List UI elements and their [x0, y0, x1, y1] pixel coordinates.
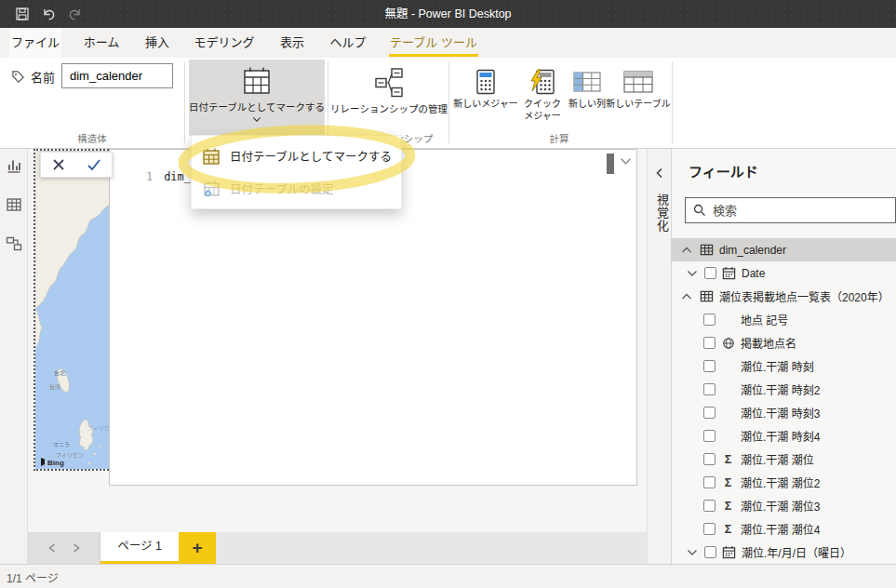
save-icon[interactable] — [15, 7, 30, 21]
field-checkbox[interactable] — [703, 453, 715, 465]
status-bar: 1/1 ページ — [0, 564, 896, 588]
field-search-box[interactable] — [685, 197, 896, 223]
field-row[interactable]: 潮位.干潮 時刻4 — [672, 424, 896, 448]
expand-formula-bar-icon[interactable] — [620, 157, 632, 166]
field-label: Date — [742, 267, 765, 280]
next-page-icon[interactable] — [73, 543, 80, 553]
field-checkbox[interactable] — [704, 546, 716, 558]
cancel-formula-icon[interactable] — [41, 158, 76, 171]
chevron-down-icon[interactable] — [687, 270, 698, 277]
field-label: 潮位.干潮 潮位 — [741, 451, 814, 467]
field-row[interactable]: Σ 潮位.干潮 潮位3 — [672, 494, 896, 517]
line-number: 1 — [146, 170, 153, 183]
new-column-button[interactable]: 新しい列 — [566, 60, 608, 141]
field-row[interactable]: 潮位.干潮 時刻2 — [672, 378, 896, 401]
field-checkbox[interactable] — [703, 383, 715, 395]
previous-page-icon[interactable] — [48, 543, 56, 553]
mark-as-date-table-label: 日付テーブルとしてマークする — [189, 100, 325, 114]
globe-icon — [721, 337, 735, 350]
quick-measure-button[interactable]: クイックメジャー — [521, 60, 564, 141]
active-tab-underline — [389, 54, 478, 57]
chevron-down-icon — [252, 116, 261, 123]
data-view-icon[interactable] — [6, 196, 22, 213]
date-table-gold-icon — [202, 147, 221, 166]
ribbon-divider — [184, 61, 185, 143]
menu-item-label: 日付テーブルとしてマークする — [230, 147, 392, 165]
field-row-date-hierarchy[interactable]: 潮位.年/月/日（曜日） — [672, 541, 896, 564]
tab-table-tools-label: テーブル ツール — [390, 35, 477, 49]
table-row-tide-locations[interactable]: 潮位表掲載地点一覧表（2020年） — [672, 285, 896, 308]
tab-help[interactable]: ヘルプ — [326, 28, 370, 58]
ribbon-divider — [672, 61, 673, 143]
table-name-input[interactable] — [61, 63, 173, 88]
field-checkbox[interactable] — [704, 267, 716, 279]
field-row-date[interactable]: Date — [672, 261, 896, 285]
table-name-label: 名前 — [31, 68, 55, 86]
tab-insert[interactable]: 挿入 — [136, 28, 179, 58]
expand-pane-icon[interactable] — [655, 167, 664, 179]
field-row[interactable]: 掲載地点名 — [672, 331, 896, 354]
chevron-up-icon[interactable] — [681, 247, 692, 254]
menu-item-mark-as-date-table[interactable]: 日付テーブルとしてマークする — [192, 140, 401, 172]
editor-scrollbar[interactable] — [607, 154, 614, 174]
menu-item-date-table-settings: 日付テーブルの設定 — [192, 172, 401, 205]
tab-modeling[interactable]: モデリング — [190, 28, 259, 58]
field-row[interactable]: Σ 潮位.干潮 潮位 — [672, 448, 896, 471]
calendar-icon — [722, 545, 736, 559]
manage-relationships-button[interactable]: リレーションシップの管理 — [331, 60, 447, 136]
field-checkbox[interactable] — [703, 360, 715, 372]
fields-pane-title: フィールド — [689, 161, 758, 180]
ribbon: 名前 構造体 日付テーブルとしてマークする リレーションシップの管理 リレーショ… — [0, 58, 896, 149]
field-checkbox[interactable] — [703, 523, 715, 535]
chevron-down-icon[interactable] — [687, 549, 698, 556]
field-label: 潮位.年/月/日（曜日） — [742, 544, 851, 560]
new-table-icon — [623, 66, 653, 98]
tab-view[interactable]: 表示 — [270, 28, 314, 58]
calculator-icon — [475, 66, 496, 98]
table-row-dim-calender[interactable]: dim_calender — [672, 238, 896, 261]
field-label: 潮位.干潮 時刻 — [741, 358, 814, 374]
tab-table-tools[interactable]: テーブル ツール — [387, 28, 480, 58]
manage-relationships-label: リレーションシップの管理 — [330, 101, 448, 115]
quick-measure-icon — [529, 66, 555, 98]
tab-file[interactable]: ファイル — [9, 28, 61, 58]
tab-home[interactable]: ホーム — [78, 28, 125, 58]
new-table-button[interactable]: 新しいテーブル — [610, 60, 666, 141]
field-row[interactable]: Σ 潮位.干潮 潮位2 — [672, 471, 896, 494]
page-tab-label: ページ 1 — [117, 540, 162, 553]
search-input[interactable] — [713, 204, 895, 218]
mark-as-date-table-button[interactable]: 日付テーブルとしてマークする — [189, 60, 325, 136]
date-table-icon — [241, 66, 273, 96]
map-visual[interactable]: 台北 台湾 マニラ フィリピン フィリピン Bing — [33, 149, 112, 471]
chevron-up-icon[interactable] — [681, 293, 692, 301]
new-measure-button[interactable]: 新しいメジャー — [452, 60, 519, 141]
map-label: フィリピン — [56, 452, 84, 458]
field-checkbox[interactable] — [703, 314, 715, 326]
table-label: dim_calender — [719, 244, 786, 257]
field-row[interactable]: 潮位.干潮 時刻 — [672, 354, 896, 378]
model-view-icon[interactable] — [6, 235, 22, 252]
new-column-label: 新しい列 — [568, 98, 606, 110]
field-row[interactable]: 地点 記号 — [672, 308, 896, 331]
group-label-structure: 構造体 — [0, 131, 184, 145]
report-view-icon[interactable] — [6, 157, 22, 174]
field-checkbox[interactable] — [703, 407, 715, 419]
field-checkbox[interactable] — [703, 476, 715, 488]
field-checkbox[interactable] — [703, 500, 715, 512]
map-label: マニラ — [53, 442, 70, 448]
page-tab-1[interactable]: ページ 1 — [100, 532, 179, 564]
field-row[interactable]: Σ 潮位.干潮 潮位4 — [672, 517, 896, 541]
field-row[interactable]: 潮位.干潮 時刻3 — [672, 401, 896, 424]
table-icon — [700, 243, 714, 257]
visualizations-pane-label[interactable]: 視覚化 — [653, 194, 671, 233]
add-page-button[interactable]: + — [179, 532, 216, 564]
undo-icon[interactable] — [41, 7, 57, 21]
field-checkbox[interactable] — [703, 430, 715, 442]
commit-formula-icon[interactable] — [76, 158, 112, 171]
sigma-icon: Σ — [725, 453, 732, 466]
field-checkbox[interactable] — [703, 337, 715, 349]
new-column-icon — [573, 66, 601, 98]
calendar-icon — [722, 266, 736, 280]
new-table-label: 新しいテーブル — [606, 98, 670, 110]
map-label: 台湾 — [49, 383, 60, 391]
